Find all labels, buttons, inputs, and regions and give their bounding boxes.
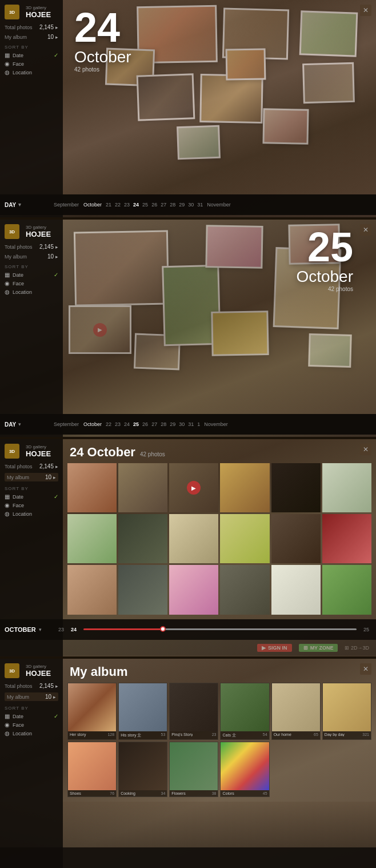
- grid-photo-7[interactable]: [67, 514, 117, 563]
- album-card-4[interactable]: Our home 65: [271, 683, 321, 740]
- tl-day-21[interactable]: 21: [104, 202, 113, 208]
- sort-face-2[interactable]: ◉ Face: [5, 280, 58, 286]
- sort-3-face[interactable]: ◉ Face: [5, 502, 58, 508]
- arrow-2[interactable]: ▸: [55, 244, 58, 250]
- grid-photo-8[interactable]: [118, 514, 167, 563]
- sort-location[interactable]: ◍ Location: [5, 69, 58, 75]
- tl-day-24[interactable]: 24: [131, 202, 141, 208]
- sort-4-location[interactable]: ◍ Location: [5, 730, 58, 736]
- tl-day-22[interactable]: 22: [113, 202, 122, 208]
- grid-photo-17[interactable]: [271, 565, 321, 614]
- sort-3-location[interactable]: ◍ Location: [5, 511, 58, 517]
- grid-photo-11[interactable]: [271, 514, 321, 563]
- tl2-23[interactable]: 23: [113, 421, 122, 427]
- grid-photo-5[interactable]: [271, 463, 321, 512]
- tl-day-26[interactable]: 26: [150, 202, 159, 208]
- tl2-26[interactable]: 26: [141, 421, 150, 427]
- grid-photo-6[interactable]: [322, 463, 371, 512]
- tl2-27[interactable]: 27: [150, 421, 159, 427]
- timeline-october[interactable]: October: [81, 202, 104, 208]
- tl-day-25[interactable]: 25: [141, 202, 150, 208]
- grid-photo-3-video[interactable]: ▶: [169, 463, 218, 512]
- tl2-25[interactable]: 25: [131, 421, 141, 427]
- album-card-3[interactable]: Cats 㐀 54: [220, 683, 269, 740]
- panel-1: ✕ 3D 3D gallery HOJEE Total photos 2,145…: [0, 0, 376, 217]
- timeline-november[interactable]: November: [205, 202, 233, 208]
- tl-day-28[interactable]: 28: [168, 202, 177, 208]
- grid-photo-2[interactable]: [118, 463, 167, 512]
- grid-photo-1[interactable]: [67, 463, 117, 512]
- arr-3a[interactable]: ▸: [55, 464, 58, 469]
- grid-photo-15[interactable]: [169, 565, 218, 614]
- album-card-6[interactable]: Shoes 76: [67, 742, 117, 797]
- album-header: My album: [63, 659, 376, 683]
- tl-day-31[interactable]: 31: [195, 202, 205, 208]
- brand-subtitle: 3D gallery: [26, 5, 51, 10]
- play-grid-1[interactable]: ▶: [187, 481, 201, 495]
- tl-day-30[interactable]: 30: [186, 202, 195, 208]
- stat-3b[interactable]: My album 10 ▸: [5, 473, 58, 481]
- oct-day-left[interactable]: 23: [58, 627, 64, 632]
- tl2-september[interactable]: September: [51, 421, 81, 427]
- cat-arrow-2[interactable]: ▾: [18, 421, 21, 427]
- arr-4a[interactable]: ▸: [55, 683, 58, 689]
- album-card-7[interactable]: Cooking 34: [118, 742, 167, 797]
- my-album-arrow[interactable]: ▸: [55, 34, 58, 40]
- grid-photo-4[interactable]: [220, 463, 269, 512]
- grid-photo-16[interactable]: [220, 565, 269, 614]
- grid-photo-14[interactable]: [118, 565, 167, 614]
- oct-arrow[interactable]: ▾: [39, 627, 42, 632]
- sort-date-2[interactable]: ▦ Date ✓: [5, 272, 58, 278]
- total-photos-arrow[interactable]: ▸: [55, 25, 58, 30]
- album-card-5[interactable]: Day by day 321: [322, 683, 371, 740]
- tl2-october[interactable]: October: [81, 421, 104, 427]
- check-icon: ✓: [54, 52, 58, 58]
- tl2-22[interactable]: 22: [104, 421, 113, 427]
- tl-day-29[interactable]: 29: [177, 202, 186, 208]
- slider-knob[interactable]: [160, 626, 166, 632]
- tl2-1[interactable]: 1: [195, 421, 202, 427]
- sort-4-face[interactable]: ◉ Face: [5, 722, 58, 728]
- album-arrow-2[interactable]: ▸: [55, 254, 58, 260]
- sort-date[interactable]: ▦ Date ✓: [5, 52, 58, 58]
- category-arrow[interactable]: ▾: [18, 202, 21, 208]
- album-card-0[interactable]: Her story 128: [67, 683, 117, 740]
- timeline-2: September October 22 23 24 25 26 27 28 2…: [46, 414, 376, 435]
- tl-day-27[interactable]: 27: [159, 202, 168, 208]
- grid-photo-18[interactable]: [322, 565, 371, 614]
- album-card-8[interactable]: Flowers 38: [169, 742, 218, 797]
- grid-photo-9[interactable]: [169, 514, 218, 563]
- sort-location-2[interactable]: ◍ Location: [5, 289, 58, 295]
- grid-photo-12[interactable]: [322, 514, 371, 563]
- arr-4b[interactable]: ▸: [53, 694, 56, 700]
- my-album-stat-2[interactable]: My album 10 ▸: [5, 253, 58, 260]
- sort-3-date[interactable]: ▦ Date ✓: [5, 493, 58, 500]
- album-card-2[interactable]: Ping's Story 23: [169, 683, 218, 740]
- grid-photo-10[interactable]: [220, 514, 269, 563]
- sort-4-date[interactable]: ▦ Date ✓: [5, 713, 58, 719]
- timeline-september[interactable]: September: [51, 202, 81, 208]
- album-card-1[interactable]: His story 㐀 53: [118, 683, 167, 740]
- stat-4b[interactable]: My album 10 ▸: [5, 692, 58, 701]
- tl2-31[interactable]: 31: [186, 421, 195, 427]
- oct-day-active[interactable]: 24: [71, 627, 77, 632]
- sidebar-panel2: 3D 3D gallery HOJEE Total photos 2,145 ▸…: [0, 220, 63, 437]
- close-btn-4[interactable]: ✕: [360, 663, 371, 675]
- arr-3b[interactable]: ▸: [53, 475, 56, 480]
- tl2-28[interactable]: 28: [159, 421, 168, 427]
- tl2-24[interactable]: 24: [122, 421, 131, 427]
- album-row-1: Her story 128 His story 㐀 53 Ping's Stor…: [63, 683, 376, 742]
- grid-photo-13[interactable]: [67, 565, 117, 614]
- my-album-stat[interactable]: My album 10 ▸: [5, 34, 58, 40]
- album-card-9[interactable]: Colors 45: [220, 742, 269, 797]
- close-button[interactable]: ✕: [360, 5, 371, 16]
- close-btn-3[interactable]: ✕: [360, 444, 371, 455]
- oct-day-right[interactable]: 25: [363, 627, 369, 632]
- tl2-30[interactable]: 30: [177, 421, 186, 427]
- tl2-november[interactable]: November: [202, 421, 230, 427]
- close-button-2[interactable]: ✕: [360, 224, 371, 236]
- tl-day-23[interactable]: 23: [122, 202, 131, 208]
- tl2-29[interactable]: 29: [168, 421, 177, 427]
- sort-face[interactable]: ◉ Face: [5, 61, 58, 67]
- brand-3: 3D 3D gallery HOJEE: [5, 444, 58, 459]
